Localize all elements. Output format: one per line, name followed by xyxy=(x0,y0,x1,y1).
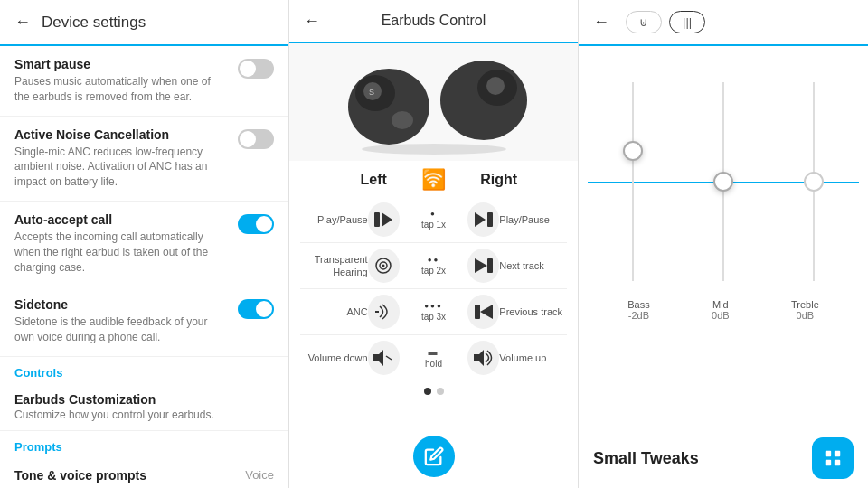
sidetone-label: Sidetone xyxy=(14,297,227,312)
bass-thumb[interactable] xyxy=(623,141,643,161)
left-anc-label: ANC xyxy=(300,305,368,318)
smart-pause-desc: Pauses music automatically when one of t… xyxy=(14,74,227,105)
right-column-header: Right xyxy=(480,172,561,188)
row2-dots: ●● xyxy=(428,256,440,264)
svg-marker-17 xyxy=(475,258,487,273)
smart-pause-toggle[interactable] xyxy=(238,59,274,79)
svg-marker-23 xyxy=(474,350,484,366)
svg-rect-16 xyxy=(487,258,493,273)
treble-track[interactable] xyxy=(813,82,815,281)
controls-section-label: Controls xyxy=(0,357,288,383)
auto-accept-label: Auto-accept call xyxy=(14,212,227,227)
treble-slider-col xyxy=(813,64,815,299)
earbuds-customization-label: Earbuds Customization xyxy=(14,392,274,407)
svg-rect-11 xyxy=(487,212,493,227)
wireless-icon: 🛜 xyxy=(421,168,446,192)
row4-dots: ▬ xyxy=(429,347,439,357)
left-transparent-btn[interactable] xyxy=(368,249,400,283)
row2-center: ●● tap 2x xyxy=(400,256,467,276)
left-transparent-label: Transparent Hearing xyxy=(300,253,368,279)
anc-desc: Single-mic ANC reduces low-frequency amb… xyxy=(14,145,227,190)
mid-slider-col xyxy=(722,64,724,299)
left-panel-title: Device settings xyxy=(42,14,146,32)
anc-toggle[interactable] xyxy=(238,129,274,149)
control-row-transparent: Transparent Hearing ●● tap 2x Next track xyxy=(300,243,567,289)
treble-thumb[interactable] xyxy=(804,172,824,192)
left-panel: ← Device settings Smart pause Pauses mus… xyxy=(0,0,289,488)
auto-accept-desc: Accepts the incoming call automatically … xyxy=(14,230,227,275)
eq-container: Bass -2dB Mid 0dB Treble 0dB xyxy=(579,46,868,371)
tab-bars[interactable]: ||| xyxy=(669,11,705,33)
right-prev-track-btn[interactable] xyxy=(467,295,499,329)
earbuds-svg: S xyxy=(316,48,552,156)
left-anc-btn[interactable] xyxy=(368,295,400,329)
svg-line-22 xyxy=(386,356,392,360)
eq-label-area: Bass -2dB Mid 0dB Treble 0dB xyxy=(588,299,859,321)
curve-icon: ⊎ xyxy=(639,15,648,29)
control-row-play-pause: Play/Pause ● tap 1x Play/Pause xyxy=(300,197,567,243)
center-column-header: 🛜 xyxy=(397,168,469,192)
controls-header: Left 🛜 Right xyxy=(300,168,567,192)
sidetone-desc: Sidetone is the audible feedback of your… xyxy=(14,314,227,345)
right-play-pause-btn[interactable] xyxy=(467,202,499,237)
row3-center: ●●● tap 3x xyxy=(400,302,467,322)
mid-thumb[interactable] xyxy=(713,172,733,192)
left-column-header: Left xyxy=(306,172,387,188)
left-play-pause-btn[interactable] xyxy=(368,202,400,237)
svg-rect-19 xyxy=(475,305,480,319)
bass-slider-col xyxy=(632,64,634,299)
treble-label: Treble 0dB xyxy=(791,299,819,321)
row4-center: ▬ hold xyxy=(400,347,467,369)
bottom-area: Small Tweaks xyxy=(579,428,868,488)
bass-track[interactable] xyxy=(632,82,634,281)
prompts-section-label: Prompts xyxy=(0,431,288,457)
eq-sliders xyxy=(588,64,859,299)
edit-fab-button[interactable] xyxy=(413,436,455,477)
control-row-anc: ANC ●●● tap 3x Previous track xyxy=(300,289,567,335)
right-next-track-label: Next track xyxy=(499,259,567,272)
svg-text:S: S xyxy=(369,88,374,97)
tone-prompts-setting[interactable]: Tone & voice prompts Voice xyxy=(0,457,288,488)
row3-tap-label: tap 3x xyxy=(421,312,446,322)
row3-dots: ●●● xyxy=(424,302,443,310)
earbuds-customization-desc: Customize how you control your earbuds. xyxy=(14,408,274,421)
middle-panel: ← Earbuds Control S Left 🛜 Right xyxy=(289,0,579,488)
controls-grid: Left 🛜 Right Play/Pause ● tap 1x Play/Pa… xyxy=(289,161,578,380)
middle-panel-title: Earbuds Control xyxy=(382,13,486,29)
earbuds-image: S xyxy=(289,43,578,161)
back-arrow-right[interactable]: ← xyxy=(593,13,609,32)
earbuds-customization-nav[interactable]: Earbuds Customization Customize how you … xyxy=(0,383,288,431)
control-row-volume: Volume down ▬ hold Volume up xyxy=(300,335,567,380)
svg-rect-25 xyxy=(835,451,840,456)
svg-rect-27 xyxy=(835,460,840,465)
right-header: ← ⊎ ||| xyxy=(579,0,868,46)
auto-accept-toggle[interactable] xyxy=(238,214,274,234)
mid-label: Mid 0dB xyxy=(712,299,730,321)
layout-fab-button[interactable] xyxy=(812,437,854,479)
sidetone-setting: Sidetone Sidetone is the audible feedbac… xyxy=(0,286,288,357)
row2-tap-label: tap 2x xyxy=(421,266,446,276)
back-arrow-middle[interactable]: ← xyxy=(304,12,320,31)
left-vol-down-btn[interactable] xyxy=(368,341,400,375)
bass-label: Bass -2dB xyxy=(627,299,649,321)
right-vol-up-btn[interactable] xyxy=(467,341,499,375)
svg-point-4 xyxy=(392,111,413,129)
svg-marker-10 xyxy=(382,212,392,227)
auto-accept-setting: Auto-accept call Accepts the incoming ca… xyxy=(0,202,288,286)
left-vol-down-label: Volume down xyxy=(300,352,368,364)
anc-setting: Active Noise Cancellation Single-mic ANC… xyxy=(0,117,288,202)
dot-1[interactable] xyxy=(424,388,431,395)
small-tweaks-label: Small Tweaks xyxy=(593,449,699,468)
right-play-pause-label: Play/Pause xyxy=(499,213,567,226)
svg-point-8 xyxy=(362,144,506,155)
mid-track[interactable] xyxy=(722,82,724,281)
dot-2[interactable] xyxy=(437,388,444,395)
right-next-track-btn[interactable] xyxy=(467,249,499,283)
svg-marker-12 xyxy=(475,212,486,227)
row1-tap-label: tap 1x xyxy=(421,220,446,230)
row4-hold-label: hold xyxy=(425,359,442,369)
tab-curve[interactable]: ⊎ xyxy=(626,11,662,33)
svg-rect-26 xyxy=(826,460,831,465)
back-arrow-left[interactable]: ← xyxy=(14,13,31,32)
sidetone-toggle[interactable] xyxy=(238,299,274,319)
